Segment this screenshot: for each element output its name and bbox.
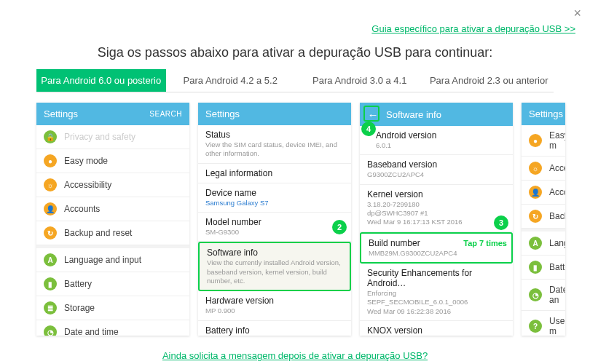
pane-about-device: Settings StatusView the SIM card status,…: [198, 103, 351, 336]
version-tabs: Para Android 6.0 ou posterio Para Androi…: [36, 69, 554, 92]
row4-accounts[interactable]: 👤Accoun: [522, 181, 565, 205]
step-bubble-3: 3: [494, 215, 508, 230]
row-kr-title: Kernel version: [367, 189, 506, 199]
row4-accounts-label: Accoun: [549, 187, 565, 197]
row4-backup-label: Backup: [549, 211, 565, 221]
tap-7-times-label: Tap 7 times: [462, 238, 508, 248]
row-hardware[interactable]: Hardware versionMP 0.900: [198, 291, 351, 320]
row-battery-label: Battery: [64, 279, 92, 289]
guide-panes: Settings SEARCH 🔒Privacy and safety ●Eas…: [0, 92, 590, 341]
pane2-header: Settings: [198, 103, 351, 125]
row-kernel[interactable]: Kernel version 3.18.20-7299180 dp@SWHC39…: [360, 185, 513, 232]
tab-android-2-3[interactable]: Para Android 2.3 ou anterior: [425, 69, 554, 92]
row-backup[interactable]: ↻Backup and reset: [36, 221, 189, 245]
tab-android-6[interactable]: Para Android 6.0 ou posterio: [36, 69, 166, 92]
clock-icon: ◔: [529, 288, 542, 301]
row-easy-mode[interactable]: ●Easy mode: [36, 149, 189, 173]
row4-easy-label: Easy m: [549, 130, 565, 151]
row-privacy-label: Privacy and safety: [64, 132, 135, 142]
row-storage-label: Storage: [64, 303, 95, 313]
row4-manual[interactable]: ?User m: [522, 311, 565, 336]
tab-android-3[interactable]: Para Android 3.0 a 4.1: [295, 69, 425, 92]
clock-icon: ◔: [44, 325, 57, 336]
row4-easy[interactable]: ●Easy m: [522, 125, 565, 157]
bottom-link-container: Ainda solicita a mensagem depois de ativ…: [0, 341, 590, 364]
storage-icon: ≣: [44, 301, 57, 314]
row4-date[interactable]: ◔Date an: [522, 280, 565, 311]
guide-link[interactable]: Guia específico para ativar a depuração …: [371, 23, 575, 34]
pane3-title: Software info: [386, 109, 441, 120]
row-easy-label: Easy mode: [64, 156, 108, 166]
row-av-title: Android version: [376, 130, 506, 141]
pane4-header: Settings: [522, 103, 565, 125]
pane-settings-main: Settings SEARCH 🔒Privacy and safety ●Eas…: [36, 103, 189, 336]
step-bubble-2: 2: [332, 220, 347, 234]
battery-icon: ▮: [529, 261, 542, 274]
row-model-title: Model number: [205, 217, 344, 227]
row-bb-sub: G9300ZCU2APC4: [367, 170, 506, 179]
still-prompt-link[interactable]: Ainda solicita a mensagem depois de ativ…: [162, 350, 428, 361]
row-software-info[interactable]: Software infoView the currently installe…: [198, 242, 351, 291]
accessibility-icon: ☼: [44, 178, 57, 191]
row-security[interactable]: Security Enhancements for Android…Enforc…: [360, 264, 513, 321]
row4-lang-label: Langua: [549, 238, 565, 248]
row-se-title: Security Enhancements for Android…: [367, 268, 506, 288]
row-bat-title: Battery info: [205, 325, 344, 336]
row-language[interactable]: ALanguage and input: [36, 248, 189, 272]
row-status-title: Status: [205, 130, 344, 140]
row-devname-sub: Samsung Galaxy S7: [205, 199, 344, 207]
row-legal[interactable]: Legal information: [198, 164, 351, 183]
row-knox[interactable]: KNOX versionKNOX 2.6 Standard SDK 5.6.0 …: [360, 321, 513, 336]
row-accounts-label: Accounts: [64, 204, 100, 214]
row-kr-sub: 3.18.20-7299180 dp@SWHC3907 #1 Wed Mar 9…: [367, 200, 506, 227]
row4-battery[interactable]: ▮Battery: [522, 256, 565, 280]
battery-icon: ▮: [44, 277, 57, 290]
pane1-header: Settings SEARCH: [36, 103, 189, 125]
row-kx-title: KNOX version: [367, 325, 506, 336]
row4-lang[interactable]: ALangua: [522, 232, 565, 256]
row-status[interactable]: StatusView the SIM card status, device I…: [198, 125, 351, 164]
row-date-time[interactable]: ◔Date and time: [36, 320, 189, 336]
accounts-icon: 👤: [44, 202, 57, 215]
pane1-search[interactable]: SEARCH: [149, 110, 182, 118]
back-icon[interactable]: ←: [367, 108, 379, 120]
row-storage[interactable]: ≣Storage: [36, 296, 189, 320]
row-bn-sub: MMB29M.G9300ZCU2APC4: [369, 249, 504, 258]
row-se-sub: Enforcing SEPF_SECMOBILE_6.0.1_0006 Wed …: [367, 289, 506, 316]
row-android-version[interactable]: Android version6.0.1: [360, 126, 513, 155]
language-icon: A: [529, 237, 542, 250]
row-language-label: Language and input: [64, 255, 141, 265]
row-accounts[interactable]: 👤Accounts: [36, 197, 189, 221]
pane4-title: Settings: [529, 108, 563, 119]
guide-link-container: Guia específico para ativar a depuração …: [0, 0, 590, 39]
step-bubble-4: 4: [361, 122, 376, 136]
row-sw-sub: View the currently installed Android ver…: [207, 258, 342, 285]
row-accessibility[interactable]: ☼Accessibility: [36, 173, 189, 197]
row-battery-info[interactable]: Battery infoView your device's battery s…: [198, 321, 351, 336]
row4-access[interactable]: ☼Access: [522, 157, 565, 181]
tab-android-4-2[interactable]: Para Android 4.2 a 5.2: [166, 69, 296, 92]
pane2-title: Settings: [205, 108, 240, 119]
row-date-label: Date and time: [64, 327, 119, 336]
pane-software-info: ← Software info 4 Android version6.0.1 B…: [360, 103, 513, 336]
row-model-sub: SM-G9300: [205, 228, 344, 237]
close-icon[interactable]: ×: [573, 6, 581, 21]
backup-icon: ↻: [44, 226, 57, 240]
row4-manual-label: User m: [549, 316, 565, 336]
accounts-icon: 👤: [529, 186, 542, 199]
pane3-header: ← Software info 4: [360, 103, 513, 126]
row-bb-title: Baseband version: [367, 159, 506, 170]
row-battery[interactable]: ▮Battery: [36, 272, 189, 296]
row-backup-label: Backup and reset: [64, 228, 132, 238]
row-device-name[interactable]: Device nameSamsung Galaxy S7: [198, 183, 351, 213]
row-build-number[interactable]: Build number MMB29M.G9300ZCU2APC4 Tap 7 …: [360, 232, 513, 264]
row-baseband[interactable]: Baseband versionG9300ZCU2APC4: [360, 155, 513, 184]
lock-icon: 🔒: [44, 130, 57, 143]
row-privacy[interactable]: 🔒Privacy and safety: [36, 125, 189, 149]
row4-date-label: Date an: [549, 285, 565, 305]
row4-backup[interactable]: ↻Backup: [522, 205, 565, 229]
page-heading: Siga os passos abaixo para ativar a depu…: [0, 39, 590, 69]
manual-icon: ?: [529, 320, 542, 333]
row4-battery-label: Battery: [549, 262, 565, 272]
row-model[interactable]: Model number SM-G9300 2: [198, 213, 351, 242]
